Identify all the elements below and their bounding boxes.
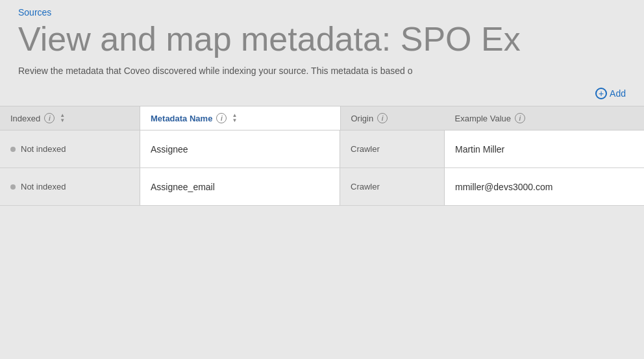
page-title: View and map metadata: SPO Ex — [0, 21, 644, 58]
col-header-indexed: Indexed i ▲ ▼ — [0, 106, 140, 130]
col-header-origin: Origin i — [341, 106, 445, 130]
table-row: Not indexed Assignee_email Crawler mmill… — [0, 168, 644, 206]
add-button[interactable]: + Add — [595, 88, 626, 99]
metadata-name-value-1: Assignee — [151, 144, 188, 155]
indexed-status-2: Not indexed — [21, 182, 66, 192]
origin-value-2: Crawler — [351, 182, 380, 192]
add-label: Add — [610, 88, 626, 99]
col-header-metadata: Metadata Name i ▲ ▼ — [140, 106, 341, 130]
example-value-2: mmiller@devs3000.com — [455, 182, 552, 192]
origin-info-icon[interactable]: i — [377, 113, 388, 123]
status-dot-1 — [10, 147, 16, 152]
example-value-label: Example Value — [455, 114, 511, 123]
table-header: Indexed i ▲ ▼ Metadata Name i ▲ ▼ Origin… — [0, 106, 644, 130]
indexed-sort-icon[interactable]: ▲ ▼ — [60, 113, 65, 123]
example-cell-1: Martin Miller — [444, 130, 644, 167]
metadata-cell-1: Assignee — [140, 130, 340, 167]
plus-circle-icon: + — [595, 88, 607, 99]
metadata-table: Indexed i ▲ ▼ Metadata Name i ▲ ▼ Origin… — [0, 106, 644, 206]
col-header-example: Example Value i — [445, 106, 645, 130]
table-row: Not indexed Assignee Crawler Martin Mill… — [0, 130, 644, 168]
metadata-name-value-2: Assignee_email — [151, 182, 215, 192]
indexed-cell-1: Not indexed — [0, 130, 140, 167]
example-value-1: Martin Miller — [455, 144, 504, 155]
origin-cell-1: Crawler — [340, 130, 444, 167]
indexed-cell-2: Not indexed — [0, 168, 140, 205]
metadata-name-label: Metadata Name — [151, 114, 212, 123]
metadata-info-icon[interactable]: i — [216, 113, 227, 123]
indexed-label: Indexed — [10, 114, 40, 123]
breadcrumb-link[interactable]: Sources — [18, 7, 51, 18]
indexed-info-icon[interactable]: i — [44, 113, 55, 123]
metadata-cell-2: Assignee_email — [140, 168, 340, 205]
page-description: Review the metadata that Coveo discovere… — [0, 58, 644, 76]
breadcrumb: Sources — [0, 0, 644, 21]
origin-cell-2: Crawler — [340, 168, 444, 205]
origin-label: Origin — [351, 114, 374, 123]
metadata-sort-icon[interactable]: ▲ ▼ — [232, 113, 237, 123]
indexed-status-1: Not indexed — [21, 144, 66, 154]
example-info-icon[interactable]: i — [515, 113, 525, 123]
toolbar: + Add — [0, 76, 644, 106]
status-dot-2 — [10, 184, 16, 190]
page-container: Sources View and map metadata: SPO Ex Re… — [0, 0, 644, 359]
origin-value-1: Crawler — [351, 144, 380, 154]
example-cell-2: mmiller@devs3000.com — [444, 168, 644, 205]
